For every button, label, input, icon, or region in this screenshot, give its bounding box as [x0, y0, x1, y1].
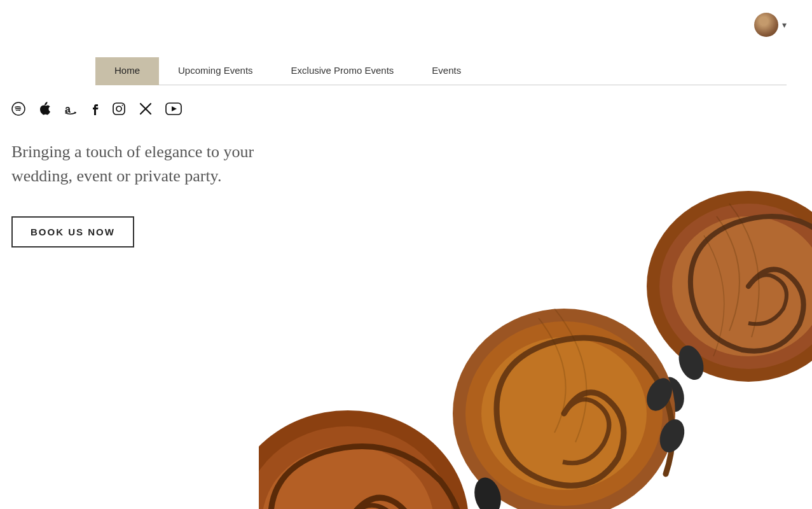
amazon-icon[interactable]: a — [64, 102, 78, 116]
svg-rect-2 — [113, 103, 125, 115]
violin-image — [259, 140, 812, 509]
svg-point-4 — [122, 105, 123, 106]
social-bar: a — [11, 102, 182, 116]
main-nav: Home Upcoming Events Exclusive Promo Eve… — [95, 57, 787, 85]
facebook-icon[interactable] — [90, 102, 99, 116]
twitter-icon[interactable] — [139, 102, 153, 116]
nav-item-events[interactable]: Events — [413, 57, 480, 85]
nav-item-upcoming-events[interactable]: Upcoming Events — [159, 57, 272, 85]
book-us-now-button[interactable]: BOOK US NOW — [11, 216, 134, 248]
nav-item-home[interactable]: Home — [95, 57, 159, 85]
avatar[interactable] — [754, 13, 778, 37]
top-bar: ▾ — [754, 13, 787, 37]
spotify-icon[interactable] — [11, 102, 25, 116]
svg-point-3 — [116, 106, 121, 111]
apple-icon[interactable] — [38, 102, 51, 116]
instagram-icon[interactable] — [112, 102, 126, 116]
youtube-icon[interactable] — [165, 102, 182, 115]
nav-item-exclusive-promo[interactable]: Exclusive Promo Events — [272, 57, 413, 85]
chevron-down-icon[interactable]: ▾ — [782, 20, 787, 31]
svg-marker-6 — [172, 106, 177, 111]
